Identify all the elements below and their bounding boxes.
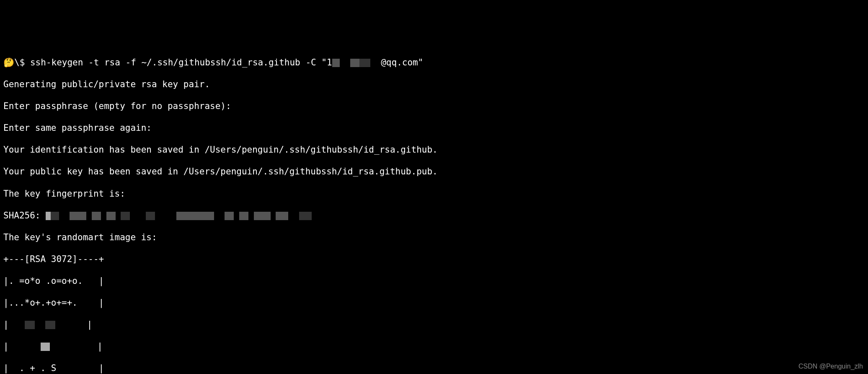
prompt-symbol: \$	[14, 57, 25, 68]
output-saved-id: Your identification has been saved in /U…	[3, 144, 865, 155]
output-randomart-label: The key's randomart image is:	[3, 232, 865, 243]
redacted-block	[121, 212, 130, 220]
prompt-emoji-icon: 🤔	[3, 57, 14, 68]
output-saved-pub: Your public key has been saved in /Users…	[3, 166, 865, 177]
watermark-text: CSDN @Penguin_zlh	[798, 362, 863, 371]
output-passphrase2: Enter same passphrase again:	[3, 122, 865, 133]
redacted-block	[92, 212, 101, 220]
output-generating: Generating public/private rsa key pair.	[3, 79, 865, 90]
randomart-l3: | |	[3, 319, 865, 330]
redacted-block	[350, 59, 359, 67]
output-passphrase1: Enter passphrase (empty for no passphras…	[3, 101, 865, 112]
redacted-block	[106, 212, 116, 220]
randomart-l0: +---[RSA 3072]----+	[3, 254, 865, 265]
redacted-block	[254, 212, 271, 220]
randomart-l2: |...*o+.+o+=+. |	[3, 297, 865, 308]
command-suffix: @qq.com"	[381, 57, 423, 68]
output-sha-line: SHA256:	[3, 210, 865, 221]
redacted-block	[45, 321, 55, 329]
command-line-1: 🤔\$ ssh-keygen -t rsa -f ~/.ssh/githubss…	[3, 57, 865, 68]
redacted-block	[70, 212, 86, 220]
redacted-block	[332, 59, 340, 67]
randomart-l1: |. =o*o .o=o+o. |	[3, 275, 865, 286]
redacted-block	[41, 343, 50, 351]
redacted-block	[276, 212, 288, 220]
redacted-block	[359, 59, 370, 67]
redacted-block	[239, 212, 248, 220]
redacted-block	[299, 212, 312, 220]
redacted-block	[46, 212, 51, 220]
redacted-block	[25, 321, 35, 329]
randomart-l4: | |	[3, 341, 865, 352]
command-text: ssh-keygen -t rsa -f ~/.ssh/githubssh/id…	[30, 57, 332, 68]
sha-prefix: SHA256:	[3, 210, 41, 221]
redacted-block	[51, 212, 59, 220]
terminal-output[interactable]: 🤔\$ ssh-keygen -t rsa -f ~/.ssh/githubss…	[3, 46, 865, 374]
redacted-block	[176, 212, 214, 220]
output-fingerprint-label: The key fingerprint is:	[3, 188, 865, 199]
randomart-l5: | . + . S |	[3, 363, 865, 374]
redacted-block	[146, 212, 155, 220]
redacted-block	[225, 212, 234, 220]
